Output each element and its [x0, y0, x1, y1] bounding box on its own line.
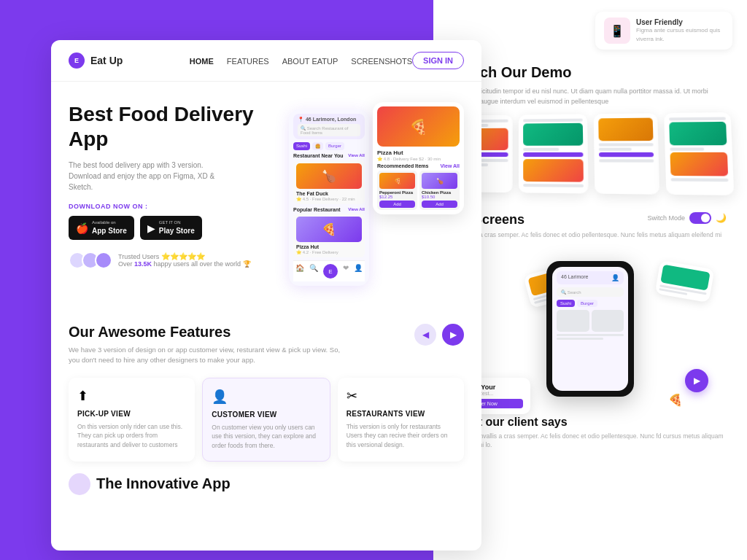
features-section: Our Awesome Features We have 3 version o… — [51, 306, 481, 462]
trusted-desc: Over 13.5K happy users all over the worl… — [118, 260, 251, 268]
purple-decor-circle — [69, 473, 90, 495]
app-store-button[interactable]: 🍎 Available on App Store — [69, 216, 134, 240]
feature-card-pickup: ⬆ PICK-UP VIEW On this version only ride… — [69, 378, 195, 462]
demo-screen-2 — [519, 114, 589, 193]
user-friendly-badge: 📱 User Friendly Figma ante cursus euismo… — [595, 12, 732, 50]
client-says-desc: Veque convallis a cras semper. Ac felis … — [454, 432, 727, 451]
restaurant-icon: ✂ — [347, 388, 455, 404]
dark-mode-toggle[interactable] — [689, 212, 711, 224]
user-friendly-icon: 📱 — [604, 18, 630, 44]
play-button[interactable]: ▶ — [685, 369, 708, 392]
demo-bar — [523, 119, 583, 122]
demo-purple-btn — [523, 152, 583, 157]
demo-thumb-burger — [598, 118, 653, 141]
nav-about[interactable]: ABOUT EATUP — [282, 57, 338, 66]
phone-3d-display: 46 Larimore 👤 🔍 Search Sushi Burger — [454, 261, 727, 407]
play-store-button[interactable]: ▶ GET IT ON Play Store — [140, 216, 202, 240]
nav-home[interactable]: HOME — [190, 57, 214, 66]
nav-links: HOME FEATURES ABOUT EATUP SCREENSHOTS — [190, 54, 412, 67]
pizza-image: 🍕 — [377, 106, 460, 147]
food-card-1: 🍗 The Fat Duck ⭐ 4.5 · Free Delivery · 2… — [293, 160, 365, 204]
app-store-name: App Store — [92, 226, 127, 236]
demo-bar — [671, 178, 729, 182]
demo-bar — [669, 117, 726, 120]
customer-desc: On customer view you only users can use … — [212, 423, 320, 451]
brand-name: Eat Up — [90, 55, 123, 66]
get-it-on-text: GET IT ON — [159, 220, 195, 226]
bg-card-2 — [655, 260, 715, 302]
prev-arrow[interactable]: ◀ — [414, 324, 436, 346]
food-tags: Sushi 🍔 Burger — [293, 142, 365, 150]
main-container: E Eat Up HOME FEATURES ABOUT EATUP SCREE… — [51, 40, 481, 551]
pickup-icon: ⬆ — [77, 388, 186, 404]
restaurant-title: RESTAURANTS VIEW — [347, 410, 455, 418]
switch-mode[interactable]: Switch Mode 🌙 — [647, 212, 727, 224]
features-title: Our Awesome Features — [69, 324, 346, 341]
play-store-name: Play Store — [159, 226, 195, 236]
demo-thumb-salad2 — [669, 122, 727, 145]
trusted-section: Trusted Users ⭐⭐⭐⭐⭐ Over 13.5K happy use… — [69, 252, 282, 269]
demo-screen-4 — [664, 112, 734, 195]
demo-purple-btn — [599, 152, 654, 157]
demo-thumb-pizza3 — [670, 152, 728, 176]
nav-screenshots[interactable]: SCREENSHOTS — [351, 57, 412, 66]
store-buttons: 🍎 Available on App Store ▶ GET IT ON Pla… — [69, 216, 282, 240]
food-card-2: 🍕 Pizza Hut ⭐ 4.2 · Free Delivery — [293, 214, 365, 257]
customer-icon: 👤 — [212, 389, 320, 405]
available-on-text: Available on — [92, 220, 127, 226]
download-label: DOWNLOAD NOW ON : — [69, 203, 282, 210]
user-friendly-title: User Friendly — [636, 18, 724, 26]
hero-title: Best Food Delivery App — [69, 102, 282, 151]
apple-icon: 🍎 — [76, 222, 88, 234]
demo-bar — [670, 147, 704, 150]
phone-screens: 📍 46 Larimore, London 🔍 Search Restauran… — [289, 102, 464, 306]
switch-mode-label: Switch Mode — [647, 214, 685, 222]
navbar: E Eat Up HOME FEATURES ABOUT EATUP SCREE… — [51, 40, 481, 82]
hero-left: Best Food Delivery App The best food del… — [69, 102, 289, 306]
features-nav: ◀ ▶ — [414, 324, 464, 346]
demo-bar — [599, 159, 654, 162]
demo-screen-3 — [594, 113, 660, 194]
demo-thumb-salad — [523, 123, 583, 146]
signin-button[interactable]: SIGN IN — [412, 52, 464, 69]
bottom-nav: 🏠 🔍 E ❤ 👤 — [293, 260, 365, 281]
phone-right: 🍕 Pizza Hut ⭐ 4.8 · Delivery Fee $2 · 30… — [373, 102, 464, 214]
features-desc: We have 3 version of design on or app cu… — [69, 345, 346, 366]
app-screens-desc: convallis a cras semper. Ac felis donec … — [454, 230, 727, 249]
feature-card-customer: 👤 CUSTOMER VIEW On customer view you onl… — [202, 378, 330, 462]
hero-section: Best Food Delivery App The best food del… — [51, 82, 481, 306]
demo-bar — [523, 184, 584, 187]
innovative-title: The Innovative App — [96, 475, 231, 492]
demo-thumb-pizza2 — [523, 159, 584, 182]
demo-bar — [599, 148, 632, 151]
pickup-title: PICK-UP VIEW — [77, 410, 186, 418]
customer-title: CUSTOMER VIEW — [212, 411, 320, 419]
restaurant-name: Pizza Hut — [377, 149, 460, 156]
watch-demo-title: Watch Our Demo — [454, 64, 727, 81]
feature-cards: ⬆ PICK-UP VIEW On this version only ride… — [69, 378, 464, 462]
main-phone: 46 Larimore 👤 🔍 Search Sushi Burger — [546, 261, 634, 397]
client-says-title: What our client says — [454, 416, 727, 429]
nav-features[interactable]: FEATURES — [227, 57, 269, 66]
next-arrow[interactable]: ▶ — [442, 324, 464, 346]
rec-item-2: 🍗 Chicken Pizza $10.50 Add — [419, 171, 460, 210]
trusted-label: Trusted Users ⭐⭐⭐⭐⭐ — [118, 252, 251, 260]
emoji-decoration: 🍕 — [668, 393, 683, 407]
feature-card-restaurant: ✂ RESTAURANTS VIEW This version is only … — [338, 378, 464, 462]
pickup-desc: On this version only rider can use this.… — [77, 422, 186, 450]
android-icon: ▶ — [147, 222, 155, 234]
logo-icon: E — [69, 52, 85, 69]
recommended-grid: 🍕 Pepperoni Pizza $12.25 Add 🍗 Chicken P… — [377, 171, 460, 210]
hero-description: The best food delivery app with 3 versio… — [69, 160, 229, 192]
toggle-ball — [701, 214, 710, 222]
hero-phone-mockup: 📍 46 Larimore, London 🔍 Search Restauran… — [289, 102, 464, 306]
phone-location: 📍 46 Larimore, London 🔍 Search Restauran… — [293, 114, 365, 139]
phone-left: 📍 46 Larimore, London 🔍 Search Restauran… — [289, 109, 369, 286]
rec-item-1: 🍕 Pepperoni Pizza $12.25 Add — [377, 171, 417, 210]
restaurant-desc: This version is only for restaurants Use… — [347, 422, 455, 450]
watch-demo-desc: Diam sollicitudin tempor id eu nisl nunc… — [454, 87, 727, 106]
demo-screens-grid — [453, 112, 747, 196]
user-friendly-desc: Figma ante cursus euismod quis viverra i… — [636, 26, 724, 42]
moon-icon: 🌙 — [716, 213, 727, 223]
demo-bar — [599, 143, 654, 146]
